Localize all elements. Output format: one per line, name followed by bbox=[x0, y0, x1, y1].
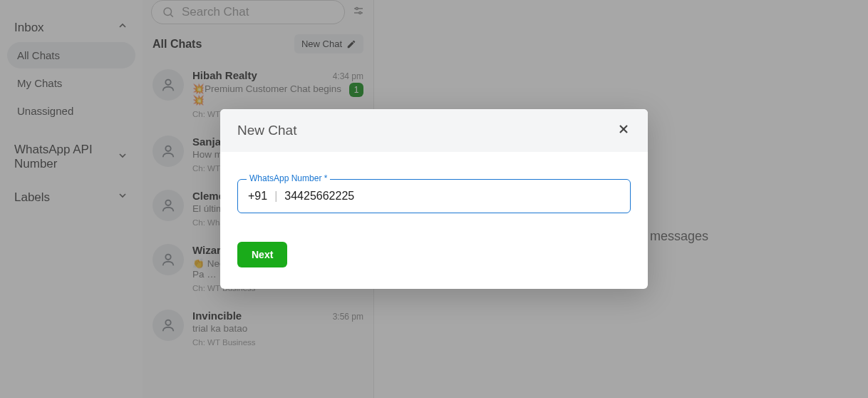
close-icon[interactable] bbox=[616, 122, 631, 139]
country-code[interactable]: +91 bbox=[248, 190, 267, 203]
modal-overlay[interactable]: New Chat WhatsApp Number * +91 | Next bbox=[0, 0, 868, 398]
next-button[interactable]: Next bbox=[237, 242, 287, 267]
new-chat-modal: New Chat WhatsApp Number * +91 | Next bbox=[220, 109, 648, 289]
whatsapp-number-field[interactable]: WhatsApp Number * +91 | bbox=[237, 179, 631, 213]
next-label: Next bbox=[252, 249, 273, 260]
separator: | bbox=[274, 190, 277, 203]
field-label: WhatsApp Number * bbox=[247, 173, 330, 183]
modal-title: New Chat bbox=[237, 123, 296, 138]
phone-input[interactable] bbox=[284, 190, 620, 203]
